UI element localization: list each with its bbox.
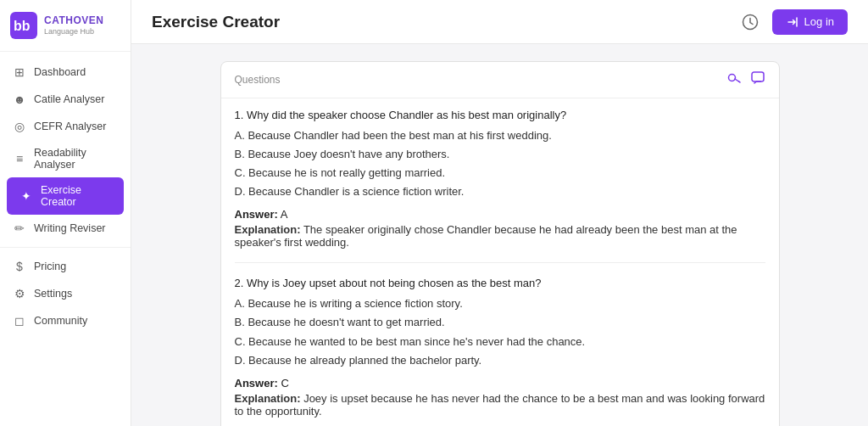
exercise-icon: ✦ bbox=[19, 189, 34, 203]
questions-icons bbox=[726, 70, 765, 89]
content-area: Questions bbox=[131, 44, 868, 426]
sidebar-item-readability-analyser[interactable]: ≡ Readability Analyser bbox=[0, 140, 131, 177]
header-actions: Log in bbox=[738, 9, 848, 35]
pricing-icon: $ bbox=[12, 260, 27, 273]
questions-body: 1. Why did the speaker choose Chandler a… bbox=[221, 98, 779, 426]
logo-area: bb CATHOVEN Language Hub bbox=[0, 0, 131, 52]
key-icon[interactable] bbox=[726, 70, 742, 89]
page-title: Exercise Creator bbox=[152, 13, 280, 31]
question-1-option-b: B. Because Joey doesn't have any brother… bbox=[235, 145, 765, 164]
sidebar-item-catile-analyser[interactable]: ☻ Catile Analyser bbox=[0, 86, 131, 113]
sidebar-item-label: CEFR Analyser bbox=[34, 121, 106, 132]
app-logo-subtitle: Language Hub bbox=[44, 27, 103, 36]
question-1-option-c: C. Because he is not really getting marr… bbox=[235, 164, 765, 182]
history-icon bbox=[742, 14, 759, 31]
question-1-explanation: Explanation: The speaker originally chos… bbox=[235, 223, 765, 249]
sidebar-item-label: Community bbox=[34, 315, 87, 327]
readability-icon: ≡ bbox=[12, 152, 27, 165]
app-logo-title: CATHOVEN bbox=[44, 14, 103, 26]
question-2-text: 2. Why is Joey upset about not being cho… bbox=[235, 277, 765, 289]
sidebar-item-label: Pricing bbox=[34, 261, 66, 272]
chat-icon[interactable] bbox=[750, 70, 765, 89]
sidebar-item-label: Readability Analyser bbox=[34, 147, 119, 171]
logo-text: CATHOVEN Language Hub bbox=[44, 14, 103, 36]
sidebar-item-label: Writing Reviser bbox=[34, 222, 106, 234]
sidebar-item-label: Dashboard bbox=[34, 66, 86, 78]
svg-rect-4 bbox=[752, 72, 764, 81]
question-1-text: 1. Why did the speaker choose Chandler a… bbox=[235, 109, 765, 121]
sidebar-item-exercise-creator[interactable]: ✦ Exercise Creator bbox=[7, 177, 124, 215]
sidebar-item-community[interactable]: ◻ Community bbox=[0, 307, 131, 334]
question-1-answer: Answer: A bbox=[235, 208, 765, 221]
nav-section: ⊞ Dashboard ☻ Catile Analyser ◎ CEFR Ana… bbox=[0, 52, 131, 426]
sidebar-item-cefr-analyser[interactable]: ◎ CEFR Analyser bbox=[0, 113, 131, 140]
question-block-1: 1. Why did the speaker choose Chandler a… bbox=[235, 109, 765, 263]
history-button[interactable] bbox=[738, 10, 762, 34]
main-area: Exercise Creator Log in Questions bbox=[131, 0, 868, 426]
dashboard-icon: ⊞ bbox=[12, 65, 27, 79]
question-1-option-a: A. Because Chandler had been the best ma… bbox=[235, 126, 765, 145]
question-1-option-d: D. Because Chandler is a science fiction… bbox=[235, 182, 765, 201]
sidebar-item-label: Catile Analyser bbox=[34, 93, 104, 105]
writing-icon: ✏ bbox=[12, 221, 27, 235]
svg-point-3 bbox=[728, 75, 735, 81]
question-2-option-c: C. Because he wanted to be best man sinc… bbox=[235, 333, 765, 351]
question-2-explanation: Explanation: Joey is upset because he ha… bbox=[235, 392, 765, 418]
sidebar-item-pricing[interactable]: $ Pricing bbox=[0, 253, 131, 280]
sidebar-item-label: Exercise Creator bbox=[41, 184, 112, 208]
questions-label: Questions bbox=[235, 74, 281, 86]
login-label: Log in bbox=[804, 15, 834, 28]
sidebar-item-dashboard[interactable]: ⊞ Dashboard bbox=[0, 59, 131, 86]
catile-icon: ☻ bbox=[12, 92, 27, 106]
sidebar-item-writing-reviser[interactable]: ✏ Writing Reviser bbox=[0, 215, 131, 242]
sidebar: bb CATHOVEN Language Hub ⊞ Dashboard ☻ C… bbox=[0, 0, 131, 426]
login-button[interactable]: Log in bbox=[772, 9, 848, 35]
question-2-option-a: A. Because he is writing a science ficti… bbox=[235, 294, 765, 313]
settings-icon: ⚙ bbox=[12, 287, 27, 300]
cefr-icon: ◎ bbox=[12, 120, 27, 133]
login-icon bbox=[786, 15, 799, 29]
sidebar-item-label: Settings bbox=[34, 288, 72, 300]
community-icon: ◻ bbox=[12, 314, 27, 328]
svg-text:bb: bb bbox=[14, 19, 31, 33]
question-2-answer: Answer: C bbox=[235, 377, 765, 390]
question-2-option-d: D. Because he already planned the bachel… bbox=[235, 351, 765, 370]
questions-panel: Questions bbox=[220, 61, 780, 426]
logo-icon: bb bbox=[10, 12, 37, 39]
sidebar-item-settings[interactable]: ⚙ Settings bbox=[0, 280, 131, 307]
nav-divider bbox=[0, 247, 131, 248]
questions-header: Questions bbox=[221, 62, 779, 98]
question-2-option-b: B. Because he doesn't want to get marrie… bbox=[235, 313, 765, 332]
question-block-2: 2. Why is Joey upset about not being cho… bbox=[235, 277, 765, 426]
header: Exercise Creator Log in bbox=[131, 0, 868, 44]
